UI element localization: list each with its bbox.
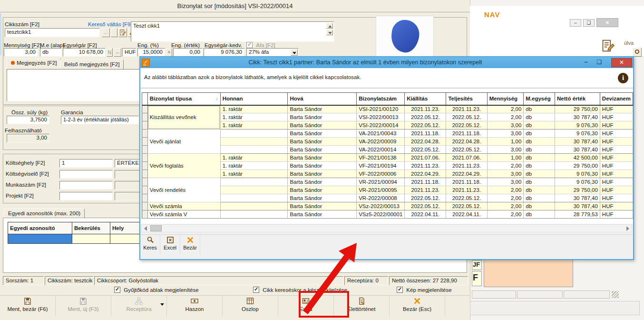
- grid-cell[interactable]: 2,00: [487, 162, 524, 170]
- toolbar-button-ment-bezár-f6[interactable]: Ment, bezár (F6): [0, 296, 56, 316]
- afa-combo[interactable]: 27% áfa: [246, 48, 299, 57]
- grid-cell[interactable]: 2021.11.18.: [446, 130, 487, 138]
- grid-cell[interactable]: db: [524, 138, 555, 146]
- eng-pct-field[interactable]: 15,0000: [137, 48, 165, 57]
- grid-cell[interactable]: 2,00: [487, 113, 524, 121]
- grid-cell[interactable]: 29 750,00: [555, 186, 600, 194]
- grid-cell[interactable]: 1. raktár: [220, 170, 288, 178]
- grid-cell[interactable]: 30 787,40: [555, 202, 600, 210]
- grid-cell[interactable]: VSz5-2022/00001: [357, 210, 405, 219]
- grid-cell[interactable]: VSz-2022/00013: [357, 202, 405, 210]
- grid-cell[interactable]: Barta Sándor: [288, 186, 357, 194]
- plus-stepper[interactable]: +: [166, 48, 172, 57]
- grid-cell[interactable]: Barta Sándor: [288, 154, 357, 162]
- row-indicator[interactable]: [142, 162, 148, 170]
- grid-cell[interactable]: [220, 178, 288, 186]
- group-cell[interactable]: Vevői ajánlat: [147, 130, 220, 154]
- grid-cell[interactable]: db: [524, 105, 555, 113]
- bg-close-button[interactable]: ✕: [596, 18, 618, 27]
- grid-cell[interactable]: 2021.11.23.: [446, 162, 487, 170]
- grid-cell[interactable]: db: [524, 121, 555, 130]
- grid-cell[interactable]: db: [524, 194, 555, 202]
- kereso-valtas-link[interactable]: Kereső váltás [F9]: [88, 21, 132, 27]
- chevron-down-icon[interactable]: [160, 303, 164, 306]
- grid-cell[interactable]: 2,00: [487, 186, 524, 194]
- grid-cell[interactable]: Barta Sándor: [288, 130, 357, 138]
- grid-cell[interactable]: 3,00: [487, 130, 524, 138]
- bg-minimize-button[interactable]: –: [570, 19, 581, 27]
- grid-row[interactable]: Vevői rendelésBarta SándorVR-2021/000942…: [142, 178, 633, 186]
- bg-maximize-button[interactable]: ❑: [583, 19, 595, 27]
- group-cell[interactable]: Kiszállítás vevőnek: [147, 105, 220, 130]
- dialog-close-button[interactable]: [611, 58, 632, 67]
- grid-cell[interactable]: 2,00: [487, 105, 524, 113]
- grid-column-header-kiállítás[interactable]: Kiállítás: [405, 93, 446, 105]
- grid-cell[interactable]: VR-2022/00008: [357, 194, 405, 202]
- grid-cell[interactable]: 2022.05.12.: [405, 146, 446, 154]
- dialog-button-keres[interactable]: Keres: [140, 235, 160, 254]
- grid-cell[interactable]: VA-2022/00009: [357, 138, 405, 146]
- grid-cell[interactable]: 2022.04.29.: [405, 170, 446, 178]
- grid-cell[interactable]: HUF: [600, 105, 633, 113]
- grid-cell[interactable]: 2,00: [487, 210, 524, 219]
- grid-cell[interactable]: HUF: [600, 113, 633, 121]
- grid-cell[interactable]: VSI-2022/00014: [357, 121, 405, 130]
- grid-cell[interactable]: 2021.07.06.: [405, 154, 446, 162]
- grid-cell[interactable]: Barta Sándor: [288, 113, 357, 121]
- tab-egyedi-azonositok[interactable]: Egyedi azonosítók (max. 200): [4, 209, 85, 218]
- egysegar-field[interactable]: 10 678,00: [63, 48, 106, 57]
- grid-cell[interactable]: 42 500,00: [555, 154, 600, 162]
- scroll-right-icon[interactable]: [626, 226, 629, 231]
- horizontal-scrollbar[interactable]: [141, 224, 632, 232]
- grid-cell[interactable]: 1. raktár: [220, 162, 288, 170]
- gyujtokod-checkbox[interactable]: Gyűjtőkód ablak megjelenítése: [114, 287, 199, 293]
- grid-cell[interactable]: 30 787,40: [555, 194, 600, 202]
- grid-cell[interactable]: 30 787,40: [555, 138, 600, 146]
- grid-cell[interactable]: 1. raktár: [220, 113, 288, 121]
- grid-cell[interactable]: 2021.11.23.: [405, 105, 446, 113]
- chevron-down-icon[interactable]: [291, 49, 298, 56]
- grid-cell[interactable]: 2,00: [487, 202, 524, 210]
- cikkszam-input[interactable]: tesztcikk1: [5, 28, 100, 37]
- me-alap-field[interactable]: db: [40, 48, 62, 57]
- grid-cell[interactable]: [220, 202, 288, 210]
- dialog-button-excel[interactable]: Excel: [160, 235, 180, 254]
- group-cell[interactable]: Vevői rendelés: [147, 178, 220, 202]
- ossz-suly-field[interactable]: 3,7500: [7, 116, 49, 124]
- grid-row[interactable]: Vevői számlaBarta SándorVSz-2022/0001320…: [142, 202, 633, 210]
- grid-row[interactable]: Vevői ajánlatBarta SándorVA-2021/0004320…: [142, 130, 633, 138]
- grid-cell[interactable]: 30 787,40: [555, 146, 600, 154]
- grid-cell[interactable]: [220, 186, 288, 194]
- grid-cell[interactable]: 2022.05.12.: [446, 194, 487, 202]
- grid-cell[interactable]: db: [524, 170, 555, 178]
- koltsegviselo-field[interactable]: [59, 170, 113, 179]
- grid-column-header-hová[interactable]: Hová: [288, 93, 357, 105]
- grid-cell[interactable]: 2022.04.28.: [405, 138, 446, 146]
- grid-cell[interactable]: 2022.05.12.: [446, 146, 487, 154]
- grid-cell[interactable]: HUF: [600, 146, 633, 154]
- grid-cell[interactable]: VSI-2022/00013: [357, 113, 405, 121]
- blank-button[interactable]: [111, 28, 117, 37]
- dialog-titlebar[interactable]: Cikk: Teszt cikk1 partner: Barta Sándor …: [140, 57, 633, 68]
- item-name-field[interactable]: Teszt cikk1: [131, 21, 334, 42]
- grid-cell[interactable]: 3,00: [487, 146, 524, 154]
- group-cell[interactable]: Vevői foglalás: [147, 154, 220, 178]
- grid-cell[interactable]: 1,00: [487, 138, 524, 146]
- grid-cell[interactable]: Barta Sándor: [288, 170, 357, 178]
- grid-cell[interactable]: HUF: [600, 194, 633, 202]
- grid-cell[interactable]: 2022.05.12.: [405, 194, 446, 202]
- grid-cell[interactable]: 2021.11.18.: [405, 130, 446, 138]
- tab-belso-megjegyzes[interactable]: Belső megjegyzés [F2]: [60, 60, 124, 69]
- grid-cell[interactable]: 2022.05.12.: [446, 113, 487, 121]
- grid-cell[interactable]: VA-2022/00014: [357, 146, 405, 154]
- grid-cell[interactable]: 2022.05.12.: [405, 121, 446, 130]
- grid-row[interactable]: Vevői foglalás1. raktárBarta SándorVF-20…: [142, 154, 633, 162]
- row-indicator[interactable]: [142, 178, 148, 186]
- grid-cell[interactable]: HUF: [600, 154, 633, 162]
- afa-checkbox[interactable]: Áfa [F2]: [246, 42, 275, 49]
- grid-cell[interactable]: 3,00: [487, 178, 524, 186]
- grid-cell[interactable]: VA-2021/00043: [357, 130, 405, 138]
- grid-cell[interactable]: HUF: [600, 210, 633, 219]
- grid-cell[interactable]: [220, 194, 288, 202]
- spinner-up-icon[interactable]: [326, 23, 333, 29]
